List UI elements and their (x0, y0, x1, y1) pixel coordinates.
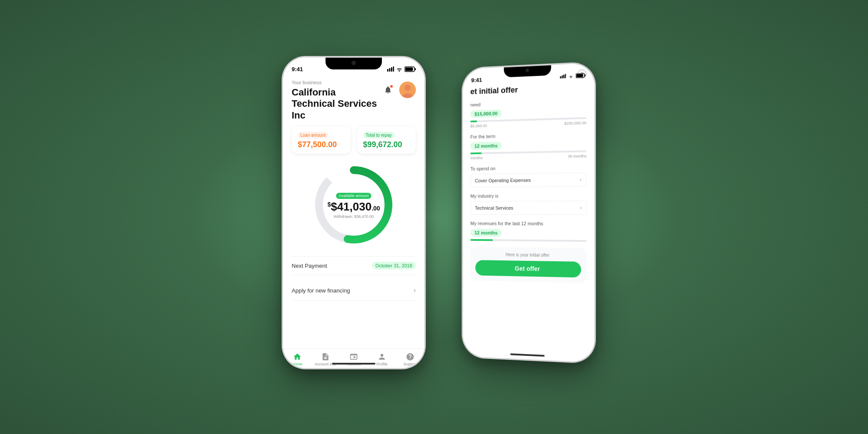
spend-value: Cover Operating Expenses (475, 178, 531, 183)
account-info-icon (321, 352, 330, 361)
term-slider-fill (470, 152, 482, 154)
need-range-min: $5,000.00 (470, 124, 487, 128)
available-amount: $$41,030.00 (327, 201, 380, 213)
front-content: Your business California Technical Servi… (283, 76, 424, 368)
back-power-button[interactable] (595, 120, 595, 147)
nav-item-support[interactable]: Support (396, 352, 424, 366)
nav-item-home[interactable]: Home (283, 352, 311, 366)
offer-section: Here is your initial offer Get offer (470, 247, 586, 283)
wifi-icon (396, 66, 403, 72)
nav-label-support: Support (404, 362, 418, 366)
svg-rect-0 (387, 69, 388, 72)
svg-rect-15 (565, 74, 566, 78)
term-range-max: 36 months (568, 154, 586, 158)
loan-amount-label: Loan amount (298, 132, 328, 138)
svg-rect-13 (562, 76, 563, 79)
term-month-badge: 12 months (470, 141, 502, 150)
industry-select[interactable]: Technical Services › (470, 201, 586, 215)
front-status-time: 9:41 (292, 66, 303, 72)
term-slider-track[interactable] (470, 150, 586, 154)
bottom-nav: Home Account Info Account (283, 349, 424, 368)
apply-financing-chevron-icon: › (414, 286, 416, 294)
front-notch (326, 57, 382, 69)
home-icon (293, 352, 302, 361)
term-range-min: months (470, 156, 483, 160)
revenues-month-badge: 12 months (470, 229, 502, 237)
apply-financing-label: Apply for new financing (292, 287, 350, 294)
offer-label: Here is your initial offer (475, 252, 581, 258)
spend-section: To spend on Cover Operating Expenses › (470, 164, 586, 187)
notification-bell[interactable] (381, 83, 395, 97)
phone-front: 9:41 (282, 56, 425, 369)
total-repay-label: Total to repay (363, 132, 395, 138)
front-home-indicator (332, 363, 375, 365)
battery-icon (404, 66, 416, 72)
spend-label: To spend on (470, 164, 586, 171)
support-icon (406, 352, 414, 361)
need-amount-badge: $15,000.00 (470, 109, 502, 118)
user-avatar[interactable] (399, 82, 416, 98)
spend-chevron-icon: › (580, 177, 582, 183)
back-phone-screen: ? 9:41 (463, 63, 595, 363)
total-repay-value: $99,672.00 (363, 140, 410, 149)
svg-rect-2 (391, 67, 392, 72)
nav-label-profile: Profile (376, 362, 388, 366)
profile-icon (378, 352, 386, 361)
loan-amount-value: $77,500.00 (298, 140, 345, 149)
front-phone-screen: 9:41 (283, 57, 424, 368)
term-section: For the term 12 months months 36 months (470, 131, 586, 160)
need-range-max: $250,000.00 (564, 121, 586, 126)
business-info: Your business California Technical Servi… (292, 80, 381, 121)
back-battery-icon (576, 73, 586, 78)
loan-cards: Loan amount $77,500.00 Total to repay $9… (292, 126, 416, 154)
revenues-section: My revenues for the last 12 months 12 mo… (470, 221, 586, 242)
donut-center-info: Available amount $$41,030.00 Withdrawn: … (327, 191, 380, 219)
svg-rect-18 (585, 74, 585, 76)
spend-select[interactable]: Cover Operating Expenses › (470, 172, 586, 187)
donut-chart-container: Available amount $$41,030.00 Withdrawn: … (310, 161, 397, 248)
nav-label-home: Home (292, 362, 302, 366)
revenues-slider-track[interactable] (470, 239, 586, 242)
next-payment-date: October 31, 2018 (372, 262, 416, 270)
industry-section: My industry is Technical Services › (470, 193, 586, 215)
phones-container: 9:41 (260, 22, 608, 412)
back-signal-icon (560, 74, 566, 79)
svg-rect-17 (576, 74, 583, 77)
svg-point-8 (404, 85, 411, 91)
next-payment-label: Next Payment (292, 263, 327, 269)
total-repay-card: Total to repay $99,672.00 (357, 126, 416, 154)
withdrawn-label: Withdrawn: $36,470.00 (327, 214, 380, 219)
header-icons (381, 82, 416, 98)
account-icon (349, 352, 358, 361)
industry-chevron-icon: › (580, 205, 582, 211)
avatar-image (399, 82, 416, 98)
back-notch (504, 65, 551, 77)
next-payment-row: Next Payment October 31, 2018 (292, 256, 416, 275)
need-slider-fill (470, 121, 477, 122)
available-cents: .00 (372, 205, 380, 212)
need-label: need (470, 98, 586, 108)
business-header: Your business California Technical Servi… (292, 80, 416, 121)
get-offer-button[interactable]: Get offer (475, 260, 581, 277)
notification-dot (390, 85, 393, 88)
back-content: et initial offer need $15,000.00 $5,000.… (463, 82, 595, 363)
apply-financing-row[interactable]: Apply for new financing › (292, 280, 416, 301)
svg-rect-12 (560, 76, 561, 79)
svg-rect-3 (393, 66, 395, 72)
svg-rect-1 (389, 68, 391, 72)
svg-rect-5 (405, 67, 413, 71)
available-label: Available amount (336, 193, 372, 199)
back-status-time: 9:41 (471, 76, 482, 83)
back-status-icons (560, 73, 585, 79)
svg-rect-6 (415, 68, 416, 70)
front-status-icons (387, 66, 416, 72)
back-wifi-icon (568, 73, 574, 78)
business-name: California Technical Services Inc (292, 87, 381, 121)
power-button[interactable] (424, 125, 425, 151)
industry-label: My industry is (470, 193, 586, 198)
loan-amount-card: Loan amount $77,500.00 (292, 126, 351, 154)
need-section: need $15,000.00 $5,000.00 $250,000.00 (470, 98, 586, 128)
term-slider-labels: months 36 months (470, 154, 586, 160)
svg-rect-14 (563, 75, 565, 79)
phone-back: ? 9:41 (462, 62, 595, 364)
